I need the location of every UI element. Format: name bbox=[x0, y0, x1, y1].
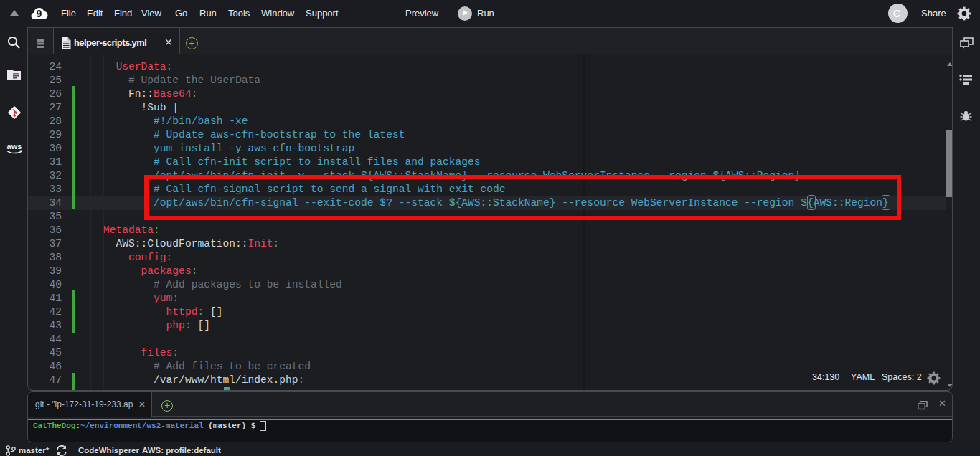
svg-text:aws: aws bbox=[7, 142, 22, 151]
svg-text:9: 9 bbox=[36, 8, 42, 19]
